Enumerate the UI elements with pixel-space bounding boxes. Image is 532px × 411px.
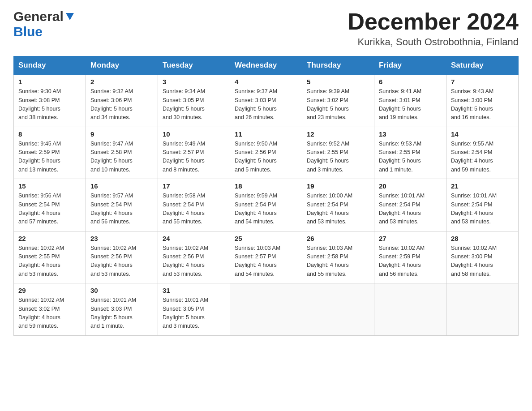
calendar-day-cell [230,283,302,336]
day-info: Sunrise: 10:00 AMSunset: 2:54 PMDaylight… [307,192,369,227]
day-number: 19 [307,182,369,190]
col-header-monday: Monday [86,56,158,75]
day-info: Sunrise: 9:52 AMSunset: 2:55 PMDaylight:… [307,140,369,175]
calendar-day-cell: 22Sunrise: 10:02 AMSunset: 2:55 PMDaylig… [14,231,86,283]
day-number: 9 [90,130,153,138]
calendar-day-cell: 6Sunrise: 9:41 AMSunset: 3:01 PMDaylight… [374,75,446,127]
day-info: Sunrise: 9:57 AMSunset: 2:54 PMDaylight:… [90,192,153,227]
calendar-day-cell: 16Sunrise: 9:57 AMSunset: 2:54 PMDayligh… [86,179,158,231]
col-header-tuesday: Tuesday [158,56,230,75]
calendar-header-row: SundayMondayTuesdayWednesdayThursdayFrid… [14,56,519,75]
day-info: Sunrise: 10:03 AMSunset: 2:58 PMDaylight… [307,244,369,279]
day-number: 11 [235,130,297,138]
col-header-wednesday: Wednesday [230,56,302,75]
day-info: Sunrise: 9:41 AMSunset: 3:01 PMDaylight:… [379,87,442,122]
day-number: 5 [307,78,369,86]
day-number: 17 [163,182,225,190]
svg-marker-0 [66,13,74,20]
day-info: Sunrise: 10:01 AMSunset: 3:03 PMDaylight… [90,296,153,331]
day-number: 10 [163,130,225,138]
day-number: 3 [163,78,225,86]
day-number: 31 [163,287,225,294]
calendar-day-cell: 12Sunrise: 9:52 AMSunset: 2:55 PMDayligh… [302,127,374,179]
calendar-day-cell: 30Sunrise: 10:01 AMSunset: 3:03 PMDaylig… [86,283,158,336]
calendar-day-cell: 13Sunrise: 9:53 AMSunset: 2:55 PMDayligh… [374,127,446,179]
calendar-day-cell: 7Sunrise: 9:43 AMSunset: 3:00 PMDaylight… [446,75,519,127]
calendar-day-cell: 25Sunrise: 10:03 AMSunset: 2:57 PMDaylig… [230,231,302,283]
calendar-day-cell: 3Sunrise: 9:34 AMSunset: 3:05 PMDaylight… [158,75,230,127]
calendar-day-cell: 27Sunrise: 10:02 AMSunset: 2:59 PMDaylig… [374,231,446,283]
day-info: Sunrise: 9:59 AMSunset: 2:54 PMDaylight:… [235,192,297,227]
day-info: Sunrise: 10:03 AMSunset: 2:57 PMDaylight… [235,244,297,279]
calendar-day-cell: 24Sunrise: 10:02 AMSunset: 2:56 PMDaylig… [158,231,230,283]
col-header-friday: Friday [374,56,446,75]
calendar-day-cell: 14Sunrise: 9:55 AMSunset: 2:54 PMDayligh… [446,127,519,179]
calendar-day-cell: 31Sunrise: 10:01 AMSunset: 3:05 PMDaylig… [158,283,230,336]
calendar-day-cell: 21Sunrise: 10:01 AMSunset: 2:54 PMDaylig… [446,179,519,231]
day-info: Sunrise: 9:45 AMSunset: 2:59 PMDaylight:… [18,140,81,175]
calendar-day-cell: 8Sunrise: 9:45 AMSunset: 2:59 PMDaylight… [14,127,86,179]
calendar-day-cell: 19Sunrise: 10:00 AMSunset: 2:54 PMDaylig… [302,179,374,231]
day-info: Sunrise: 9:34 AMSunset: 3:05 PMDaylight:… [163,87,225,122]
calendar-day-cell: 2Sunrise: 9:32 AMSunset: 3:06 PMDaylight… [86,75,158,127]
day-number: 8 [18,130,81,138]
day-number: 20 [379,182,442,190]
day-number: 12 [307,130,369,138]
calendar-day-cell: 1Sunrise: 9:30 AMSunset: 3:08 PMDaylight… [14,75,86,127]
day-number: 27 [379,235,442,242]
day-info: Sunrise: 10:02 AMSunset: 3:00 PMDaylight… [451,244,514,279]
day-info: Sunrise: 9:47 AMSunset: 2:58 PMDaylight:… [90,140,153,175]
day-info: Sunrise: 9:53 AMSunset: 2:55 PMDaylight:… [379,140,442,175]
day-number: 14 [451,130,514,138]
day-number: 28 [451,235,514,242]
day-number: 15 [18,182,81,190]
calendar-day-cell: 15Sunrise: 9:56 AMSunset: 2:54 PMDayligh… [14,179,86,231]
title-area: December 2024 Kurikka, South Ostrobothni… [348,9,519,48]
calendar-week-row: 15Sunrise: 9:56 AMSunset: 2:54 PMDayligh… [14,179,519,231]
calendar-day-cell: 9Sunrise: 9:47 AMSunset: 2:58 PMDaylight… [86,127,158,179]
day-number: 26 [307,235,369,242]
day-info: Sunrise: 9:43 AMSunset: 3:00 PMDaylight:… [451,87,514,122]
calendar-week-row: 29Sunrise: 10:02 AMSunset: 3:02 PMDaylig… [14,283,519,336]
day-info: Sunrise: 9:39 AMSunset: 3:02 PMDaylight:… [307,87,369,122]
calendar-day-cell: 29Sunrise: 10:02 AMSunset: 3:02 PMDaylig… [14,283,86,336]
calendar-day-cell [446,283,519,336]
day-info: Sunrise: 10:02 AMSunset: 3:02 PMDaylight… [18,296,81,331]
day-number: 25 [235,235,297,242]
calendar-day-cell [374,283,446,336]
location-subtitle: Kurikka, South Ostrobothnia, Finland [348,36,519,48]
day-info: Sunrise: 9:37 AMSunset: 3:03 PMDaylight:… [235,87,297,122]
day-number: 13 [379,130,442,138]
day-number: 4 [235,78,297,86]
logo-blue: Blue [13,24,43,39]
day-number: 23 [90,235,153,242]
day-info: Sunrise: 9:55 AMSunset: 2:54 PMDaylight:… [451,140,514,175]
day-info: Sunrise: 10:02 AMSunset: 2:59 PMDaylight… [379,244,442,279]
day-number: 22 [18,235,81,242]
calendar-day-cell: 4Sunrise: 9:37 AMSunset: 3:03 PMDaylight… [230,75,302,127]
page-header: General Blue December 2024 Kurikka, Sout… [13,9,519,48]
day-info: Sunrise: 10:01 AMSunset: 3:05 PMDaylight… [163,296,225,331]
day-number: 1 [18,78,81,86]
day-info: Sunrise: 9:58 AMSunset: 2:54 PMDaylight:… [163,192,225,227]
logo: General Blue [13,9,75,39]
calendar-week-row: 8Sunrise: 9:45 AMSunset: 2:59 PMDaylight… [14,127,519,179]
calendar-week-row: 22Sunrise: 10:02 AMSunset: 2:55 PMDaylig… [14,231,519,283]
day-number: 2 [90,78,153,86]
day-info: Sunrise: 10:02 AMSunset: 2:56 PMDaylight… [163,244,225,279]
calendar-day-cell: 10Sunrise: 9:49 AMSunset: 2:57 PMDayligh… [158,127,230,179]
calendar-table: SundayMondayTuesdayWednesdayThursdayFrid… [13,56,519,336]
day-number: 6 [379,78,442,86]
day-number: 21 [451,182,514,190]
day-info: Sunrise: 9:32 AMSunset: 3:06 PMDaylight:… [90,87,153,122]
day-info: Sunrise: 10:02 AMSunset: 2:55 PMDaylight… [18,244,81,279]
calendar-day-cell: 20Sunrise: 10:01 AMSunset: 2:54 PMDaylig… [374,179,446,231]
day-number: 16 [90,182,153,190]
day-info: Sunrise: 10:01 AMSunset: 2:54 PMDaylight… [451,192,514,227]
logo-general: General [13,9,64,24]
day-info: Sunrise: 10:01 AMSunset: 2:54 PMDaylight… [379,192,442,227]
day-number: 7 [451,78,514,86]
day-info: Sunrise: 9:30 AMSunset: 3:08 PMDaylight:… [18,87,81,122]
calendar-day-cell: 23Sunrise: 10:02 AMSunset: 2:56 PMDaylig… [86,231,158,283]
day-number: 18 [235,182,297,190]
